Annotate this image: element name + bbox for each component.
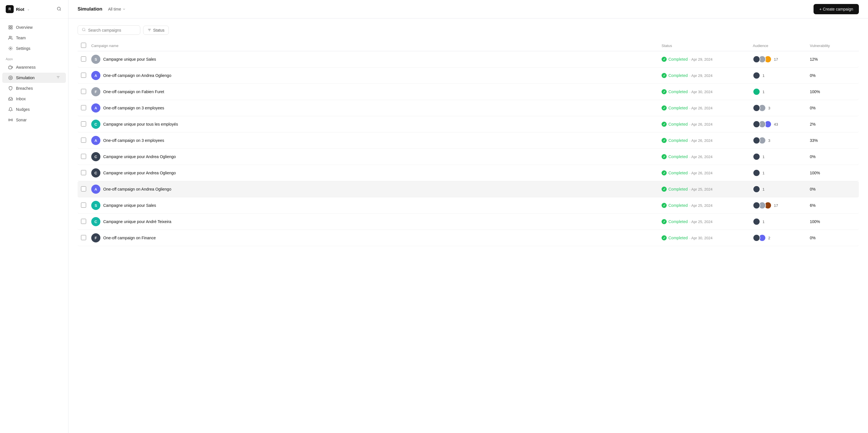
sidebar-item-sonar[interactable]: Sonar	[2, 115, 66, 125]
sidebar-item-settings[interactable]: Settings	[2, 43, 66, 54]
svg-point-10	[8, 76, 12, 79]
svg-rect-2	[11, 26, 12, 27]
row-checkbox[interactable]	[81, 73, 86, 78]
status-cell: Completed · Apr 30, 2024	[661, 235, 753, 240]
status-badge: Completed	[669, 57, 688, 62]
row-checkbox[interactable]	[81, 105, 86, 110]
avatar-stack	[753, 202, 772, 209]
avatar-stack	[753, 104, 766, 112]
sidebar-item-label: Inbox	[16, 97, 26, 101]
svg-rect-1	[9, 26, 10, 27]
table-row[interactable]: S Campagne unique pour Sales Completed ·…	[78, 51, 859, 68]
search-input[interactable]	[88, 28, 134, 32]
avatar-stack	[753, 234, 766, 241]
vulnerability-cell: 100%	[810, 219, 856, 224]
row-checkbox-cell	[81, 105, 91, 111]
status-filter-label: Status	[153, 28, 164, 32]
row-checkbox[interactable]	[81, 203, 86, 208]
status-badge: Completed	[669, 203, 688, 208]
sidebar-item-label: Awareness	[16, 65, 36, 69]
table-row[interactable]: A One-off campaign on 3 employees Comple…	[78, 100, 859, 116]
avatar	[753, 234, 760, 241]
campaign-avatar: A	[91, 71, 100, 80]
audience-cell: 1	[753, 88, 810, 95]
sidebar-item-breaches[interactable]: Breaches	[2, 83, 66, 94]
campaign-cell: S Campagne unique pour Sales	[91, 201, 661, 210]
svg-rect-4	[11, 28, 12, 29]
audience-count: 17	[774, 57, 778, 62]
status-cell: Completed · Apr 30, 2024	[661, 89, 753, 94]
sidebar-item-label: Sonar	[16, 118, 27, 122]
svg-point-16	[83, 28, 85, 31]
audience-cell: 1	[753, 218, 810, 225]
status-badge: Completed	[669, 155, 688, 159]
table-row[interactable]: C Campagne unique pour Andrea Ogliengo C…	[78, 165, 859, 181]
audience-cell: 3	[753, 104, 810, 112]
status-badge: Completed	[669, 236, 688, 240]
sidebar-item-overview[interactable]: Overview	[2, 22, 66, 32]
select-all-checkbox[interactable]	[81, 43, 86, 48]
table-row[interactable]: S Campagne unique pour Sales Completed ·…	[78, 197, 859, 214]
table-row[interactable]: A One-off campaign on 3 employees Comple…	[78, 132, 859, 149]
vulnerability-cell: 2%	[810, 122, 856, 127]
status-badge: Completed	[669, 122, 688, 127]
table-row[interactable]: A One-off campaign on Andrea Ogliengo Co…	[78, 181, 859, 197]
sidebar-nav: Overview Team Settings Apps Awareness	[0, 19, 68, 433]
sidebar-item-simulation[interactable]: Simulation	[2, 73, 66, 83]
audience-count: 43	[774, 122, 778, 127]
row-checkbox[interactable]	[81, 170, 86, 175]
sidebar-item-awareness[interactable]: Awareness	[2, 62, 66, 72]
filter-icon[interactable]	[56, 75, 60, 80]
audience-count: 17	[774, 203, 778, 208]
audience-cell: 17	[753, 56, 810, 63]
avatar-stack	[753, 186, 760, 193]
table-rows: S Campagne unique pour Sales Completed ·…	[78, 51, 859, 246]
audience-cell: 1	[753, 72, 810, 79]
row-checkbox[interactable]	[81, 89, 86, 94]
table-row[interactable]: F One-off campaign on Finance Completed …	[78, 230, 859, 246]
audience-count: 3	[768, 138, 770, 143]
status-date: · Apr 29, 2024	[689, 73, 713, 78]
sidebar-item-label: Breaches	[16, 86, 33, 91]
table-row[interactable]: C Campagne unique pour Andrea Ogliengo C…	[78, 149, 859, 165]
vulnerability-cell: 0%	[810, 106, 856, 110]
status-filter-button[interactable]: Status	[143, 26, 169, 35]
sidebar-search-button[interactable]	[56, 5, 62, 13]
status-cell: Completed · Apr 26, 2024	[661, 154, 753, 159]
overview-icon	[8, 25, 13, 30]
row-checkbox[interactable]	[81, 235, 86, 240]
create-campaign-button[interactable]: + Create campaign	[813, 4, 859, 14]
table-row[interactable]: F One-off campaign on Fabien Furet Compl…	[78, 84, 859, 100]
table-row[interactable]: A One-off campaign on Andrea Ogliengo Co…	[78, 68, 859, 84]
apps-section-label: Apps	[0, 54, 68, 62]
campaign-avatar: F	[91, 87, 100, 96]
row-checkbox[interactable]	[81, 138, 86, 143]
campaign-name: Campagne unique pour Sales	[103, 57, 156, 62]
status-cell: Completed · Apr 26, 2024	[661, 170, 753, 175]
search-box[interactable]	[78, 25, 140, 35]
campaign-name: One-off campaign on Andrea Ogliengo	[103, 187, 172, 192]
time-filter-button[interactable]: All time	[106, 6, 128, 12]
sidebar-logo[interactable]: R Riot ⌄	[0, 0, 68, 19]
row-checkbox[interactable]	[81, 121, 86, 127]
audience-cell: 1	[753, 153, 810, 160]
avatar	[753, 169, 760, 177]
row-checkbox[interactable]	[81, 57, 86, 62]
status-badge: Completed	[669, 187, 688, 192]
campaign-avatar: S	[91, 201, 100, 210]
sidebar-item-team[interactable]: Team	[2, 33, 66, 43]
table-row[interactable]: C Campagne unique pour André Teixeira Co…	[78, 214, 859, 230]
row-checkbox[interactable]	[81, 154, 86, 159]
row-checkbox[interactable]	[81, 186, 86, 192]
toolbar: Status	[78, 25, 859, 35]
status-dot	[661, 235, 667, 240]
vulnerability-cell: 0%	[810, 236, 856, 240]
status-dot	[661, 154, 667, 159]
svg-point-15	[10, 120, 11, 121]
sidebar-item-nudges[interactable]: Nudges	[2, 104, 66, 114]
table-row[interactable]: C Campagne unique pour tous les employés…	[78, 116, 859, 132]
sidebar-item-inbox[interactable]: Inbox	[2, 94, 66, 104]
vulnerability-cell: 12%	[810, 57, 856, 62]
row-checkbox-cell	[81, 138, 91, 143]
row-checkbox[interactable]	[81, 219, 86, 224]
